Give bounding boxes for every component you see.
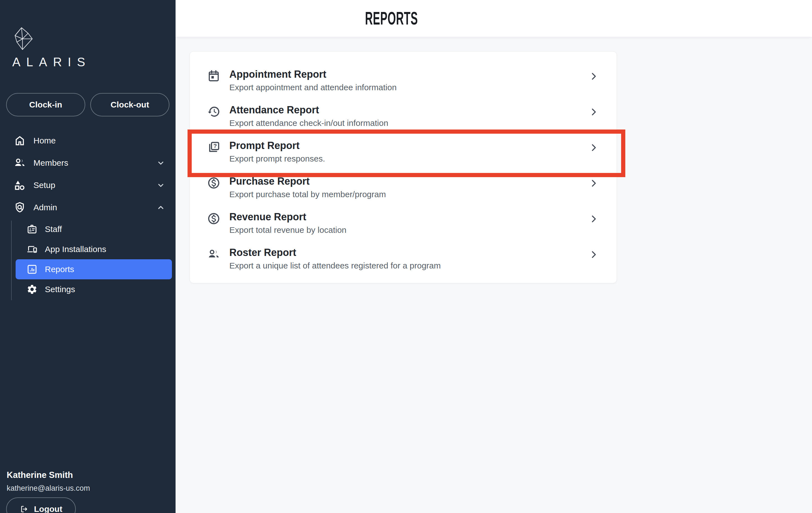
dollar-circle-icon [207, 176, 221, 190]
report-description: Export attendance check-in/out informati… [229, 118, 388, 129]
report-title: Attendance Report [229, 104, 388, 116]
chevron-right-icon [588, 214, 599, 224]
user-name: Katherine Smith [7, 470, 90, 480]
clock-buttons: Clock-in Clock-out [6, 93, 169, 116]
bar-chart-icon [27, 264, 38, 275]
report-row-revenue[interactable]: Revenue Report Export total revenue by l… [207, 211, 599, 246]
sidebar-item-members[interactable]: Members [0, 152, 176, 174]
report-description: Export purchase total by member/program [229, 189, 386, 200]
report-row-prompt[interactable]: ? Prompt Report Export prompt responses. [207, 140, 599, 175]
brand-wordmark: ALARIS [12, 55, 91, 69]
quiz-question-icon: ? [207, 141, 221, 154]
sidebar-item-label: Members [33, 158, 68, 168]
report-row-purchase[interactable]: Purchase Report Export purchase total by… [207, 175, 599, 211]
sidebar-item-app-installations[interactable]: App Installations [16, 239, 172, 259]
sidebar-item-reports[interactable]: Reports [16, 259, 172, 279]
report-title: Revenue Report [229, 211, 346, 223]
report-title: Appointment Report [229, 68, 397, 81]
shield-icon [13, 201, 26, 214]
history-clock-icon [207, 105, 221, 118]
report-row-appointment[interactable]: Appointment Report Export appointment an… [207, 68, 599, 104]
report-title: Prompt Report [229, 140, 325, 152]
chevron-down-icon [156, 159, 165, 167]
chevron-right-icon [588, 178, 599, 188]
user-email: katherine@alaris-us.com [7, 484, 90, 493]
sidebar-item-label: Reports [45, 265, 74, 274]
sidebar-item-setup[interactable]: Setup [0, 174, 176, 197]
admin-subnav: Staff App Installations [0, 219, 176, 299]
logout-icon [20, 505, 28, 513]
user-info: Katherine Smith katherine@alaris-us.com [7, 470, 90, 493]
logout-button[interactable]: Logout [6, 497, 76, 513]
subnav-indent-line [11, 220, 12, 300]
sidebar-item-label: App Installations [45, 244, 106, 254]
report-description: Export a unique list of attendees regist… [229, 260, 441, 271]
dollar-circle-icon [207, 212, 221, 225]
report-description: Export prompt responses. [229, 153, 325, 164]
geometric-diamond-icon [12, 27, 35, 52]
people-icon [207, 248, 221, 261]
sidebar-item-staff[interactable]: Staff [16, 219, 172, 239]
report-description: Export appointment and attendee informat… [229, 82, 397, 93]
svg-text:?: ? [213, 143, 217, 149]
chevron-right-icon [588, 107, 599, 117]
app-window: ALARIS Clock-in Clock-out Home [0, 0, 812, 513]
sidebar-item-admin[interactable]: Admin [0, 197, 176, 219]
home-icon [13, 134, 26, 147]
sidebar-item-settings[interactable]: Settings [16, 279, 172, 299]
report-title: Roster Report [229, 246, 441, 259]
sidebar: ALARIS Clock-in Clock-out Home [0, 0, 176, 513]
sidebar-item-label: Setup [33, 180, 55, 190]
sidebar-nav: Home Members [0, 129, 176, 219]
report-row-attendance[interactable]: Attendance Report Export attendance chec… [207, 104, 599, 140]
chevron-up-icon [156, 203, 165, 212]
chevron-right-icon [588, 142, 599, 153]
sidebar-item-label: Home [33, 136, 56, 145]
sidebar-item-label: Staff [45, 224, 62, 234]
sidebar-item-label: Admin [33, 203, 57, 212]
gear-icon [27, 284, 38, 295]
logout-label: Logout [34, 504, 62, 513]
clock-out-button[interactable]: Clock-out [90, 93, 169, 116]
page-title: REPORTS [365, 8, 418, 29]
members-icon [13, 156, 26, 169]
chevron-down-icon [156, 181, 165, 189]
sidebar-item-home[interactable]: Home [0, 129, 176, 152]
report-row-roster[interactable]: Roster Report Export a unique list of at… [207, 246, 599, 282]
clock-in-button[interactable]: Clock-in [6, 93, 85, 116]
badge-icon [27, 223, 38, 235]
chevron-right-icon [588, 71, 599, 82]
calendar-icon [207, 69, 221, 83]
report-description: Export total revenue by location [229, 224, 346, 236]
chevron-right-icon [588, 249, 599, 260]
reports-card: Appointment Report Export appointment an… [190, 51, 617, 283]
devices-icon [27, 244, 38, 255]
page-header: REPORTS [176, 0, 812, 37]
report-title: Purchase Report [229, 175, 386, 187]
shapes-icon [13, 179, 26, 191]
sidebar-item-label: Settings [45, 284, 75, 294]
